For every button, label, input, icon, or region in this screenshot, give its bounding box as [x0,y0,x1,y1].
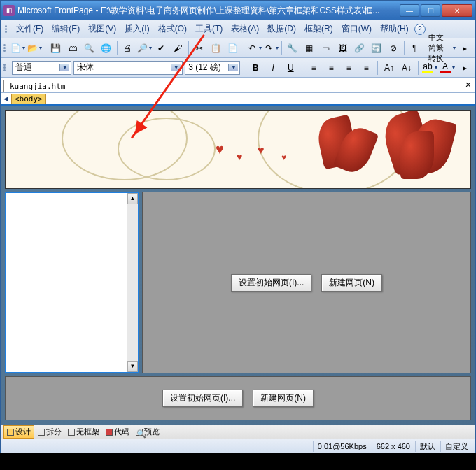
stop-button[interactable]: ⊘ [386,41,401,56]
chevron-down-icon[interactable]: ▼ [59,64,69,71]
highlight-button[interactable]: ab [422,60,438,76]
size-combo[interactable]: 3 (12 磅)▼ [185,61,240,75]
align-justify-button[interactable]: ≡ [358,60,374,76]
menu-table[interactable]: 表格(A) [227,21,263,37]
set-initial-page-button[interactable]: 设置初始网页(I)... [231,274,312,292]
menu-grip[interactable] [5,25,9,33]
body-tag[interactable]: <body> [11,94,46,104]
highlight-icon: ab [422,62,433,73]
convert-button[interactable]: 中文简繁转换 [428,41,456,56]
view-preview[interactable]: 🔍预览 [133,426,162,438]
format-overflow[interactable]: ▸ [457,60,472,76]
bold-icon: B [253,63,259,73]
bottom-frame[interactable]: 设置初始网页(I)... 新建网页(N) [5,376,471,420]
new-button[interactable]: 📄 [10,41,25,56]
help-icon[interactable]: ? [414,24,426,35]
underline-button[interactable]: U [283,60,298,76]
menu-data[interactable]: 数据(D) [263,21,300,37]
scrollbar[interactable]: ▲ ▼ [127,193,138,372]
print-button[interactable]: 🖨 [120,41,135,56]
tab-close-button[interactable]: × [465,79,471,90]
menu-insert[interactable]: 插入(I) [120,21,153,37]
underline-icon: U [288,63,294,73]
fontcolor-button[interactable]: A [440,60,455,76]
view-code[interactable]: 代码 [103,426,132,438]
table-button[interactable]: ▦ [302,41,317,56]
status-speed: 0:01@56Kbps [313,441,371,452]
paint-button[interactable]: 🖌 [170,41,186,56]
save-button[interactable]: 💾 [48,41,64,56]
scroll-up-button[interactable]: ▲ [127,193,138,204]
right-frame[interactable]: 设置初始网页(I)... 新建网页(N) [142,192,471,373]
code-icon [106,429,113,436]
crumb-prev[interactable]: ◀ [4,95,8,102]
close-button[interactable]: ✕ [442,4,472,17]
convert-label: 中文简繁转换 [428,32,451,64]
layer-button[interactable]: ▭ [318,41,334,56]
menu-edit[interactable]: 编辑(E) [48,21,84,37]
view-noframes[interactable]: 无框架 [65,426,102,438]
image-button[interactable]: 🖼 [335,41,351,56]
align-center-button[interactable]: ≡ [323,60,339,76]
align-left-button[interactable]: ≡ [306,60,321,76]
left-frame[interactable]: ▲ ▼ [5,192,139,373]
redo-button[interactable]: ↷ [263,41,279,56]
font-combo[interactable]: 宋体▼ [74,61,183,75]
status-custom[interactable]: 自定义 [440,441,472,452]
new-page-button[interactable]: 新建网页(N) [253,390,314,407]
format-grip[interactable] [4,64,7,71]
decrease-size-button[interactable]: A↓ [399,60,414,76]
set-initial-page-button[interactable]: 设置初始网页(I)... [162,390,243,407]
undo-button[interactable]: ↶ [246,41,262,56]
show-button[interactable]: ¶ [407,41,423,56]
menu-help[interactable]: 帮助(H) [376,21,413,37]
link-button[interactable]: 🔗 [352,41,368,56]
menu-file[interactable]: 文件(F) [12,21,48,37]
search-button[interactable]: 🔍 [82,41,97,56]
bold-button[interactable]: B [248,60,263,76]
maximize-button[interactable]: ☐ [421,4,440,17]
refresh-button[interactable]: 🔄 [369,41,384,56]
publish-button[interactable]: 🌐 [99,41,114,56]
toolbar-overflow[interactable]: ▸ [457,41,472,56]
preview-button[interactable]: 🔎 [136,41,152,56]
scroll-down-button[interactable]: ▼ [127,361,138,372]
view-design[interactable]: 设计 [4,425,34,439]
menu-frame[interactable]: 框架(R) [300,21,337,37]
new-page-button[interactable]: 新建网页(N) [321,274,382,292]
chevron-down-icon[interactable]: ▼ [228,64,238,71]
decrease-icon: A↓ [401,62,412,73]
paste-button[interactable]: 📄 [225,41,241,56]
top-frame[interactable]: ♥ ♥ ♥ ♥ [5,110,471,189]
align-right-icon: ≡ [343,62,354,73]
minimize-button[interactable]: — [400,4,419,17]
copy-button[interactable]: 📋 [209,41,224,56]
heart-icon: ♥ [237,151,242,162]
menu-view[interactable]: 视图(V) [84,21,120,37]
link-icon: 🔗 [354,43,365,54]
preview-icon: 🔎 [136,43,148,54]
middle-frameset: ▲ ▼ 设置初始网页(I)... 新建网页(N) [5,192,471,373]
status-default[interactable]: 默认 [415,441,440,452]
toolbar-grip[interactable] [4,44,6,52]
saveall-button[interactable]: 🗃 [65,41,80,56]
italic-button[interactable]: I [265,60,281,76]
spell-button[interactable]: ✔ [153,41,169,56]
align-right-button[interactable]: ≡ [341,60,356,76]
style-combo[interactable]: 普通▼ [12,61,71,75]
open-button[interactable]: 📂 [27,41,42,56]
image-icon: 🖼 [337,43,349,54]
component-button[interactable]: 🔧 [285,41,300,56]
document-tab[interactable]: kuangjia.htm [4,80,71,92]
show-icon: ¶ [410,43,421,54]
component-icon: 🔧 [287,43,298,54]
align-justify-icon: ≡ [360,62,372,73]
menu-format[interactable]: 格式(O) [154,21,191,37]
scroll-track[interactable] [127,204,138,361]
copy-icon: 📋 [211,43,222,54]
increase-size-button[interactable]: A↑ [382,60,397,76]
menu-window[interactable]: 窗口(W) [337,21,376,37]
title-bar: ◧ Microsoft FrontPage - E:\教学资料\电子商务网页制作… [1,1,475,20]
menu-tools[interactable]: 工具(T) [191,21,227,37]
view-split[interactable]: 拆分 [35,426,64,438]
